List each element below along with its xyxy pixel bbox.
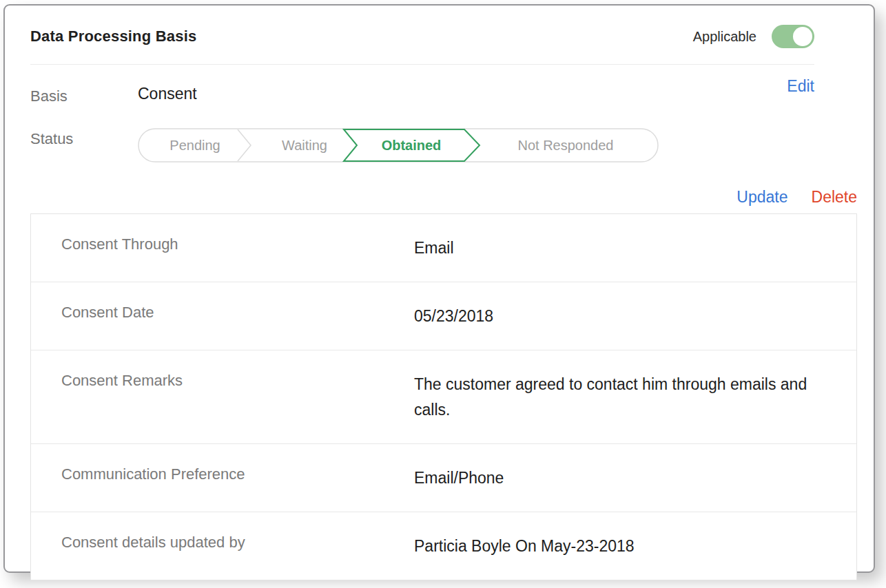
basis-row: Basis Consent — [30, 85, 814, 105]
header-divider — [30, 64, 814, 65]
panel-header: Data Processing Basis Applicable Edit Ba… — [30, 25, 857, 163]
edit-link[interactable]: Edit — [787, 77, 814, 95]
basis-value: Consent — [138, 85, 197, 103]
row-label: Consent details updated by — [61, 533, 414, 552]
row-value: The customer agreed to contact him throu… — [414, 371, 843, 423]
row-label: Consent Date — [61, 303, 414, 322]
update-link[interactable]: Update — [736, 188, 787, 207]
status-step-not-responded[interactable]: Not Responded — [518, 138, 614, 153]
row-value: Email/Phone — [414, 465, 504, 491]
toggle-knob-icon — [793, 27, 812, 46]
page-title: Data Processing Basis — [30, 28, 196, 45]
applicable-toggle[interactable] — [772, 25, 814, 48]
status-step-obtained[interactable]: Obtained — [382, 138, 442, 153]
basis-label: Basis — [30, 85, 138, 105]
actions-row: Update Delete — [30, 188, 857, 207]
table-row: Consent details updated by Particia Boyl… — [31, 512, 856, 580]
table-row: Communication Preference Email/Phone — [31, 443, 856, 512]
delete-link[interactable]: Delete — [812, 188, 857, 207]
row-value: 05/23/2018 — [414, 303, 493, 329]
status-pipeline: Pending Waiting Obtained Not Responded — [138, 127, 659, 163]
applicable-label: Applicable — [693, 29, 756, 45]
table-row: Consent Remarks The customer agreed to c… — [31, 350, 856, 443]
row-label: Communication Preference — [61, 465, 414, 484]
status-step-waiting[interactable]: Waiting — [282, 138, 327, 153]
table-row: Consent Through Email — [31, 214, 856, 282]
row-label: Consent Through — [61, 235, 414, 254]
status-row: Status Pending Waiting Obtained Not Resp… — [30, 127, 814, 163]
consent-details-table: Consent Through Email Consent Date 05/23… — [30, 213, 857, 580]
status-label: Status — [30, 127, 138, 148]
data-processing-basis-panel: Data Processing Basis Applicable Edit Ba… — [3, 4, 875, 573]
row-value: Email — [414, 235, 454, 261]
table-row: Consent Date 05/23/2018 — [31, 282, 856, 350]
row-value: Particia Boyle On May-23-2018 — [414, 533, 635, 559]
row-label: Consent Remarks — [61, 371, 414, 390]
status-step-pending[interactable]: Pending — [169, 138, 220, 153]
